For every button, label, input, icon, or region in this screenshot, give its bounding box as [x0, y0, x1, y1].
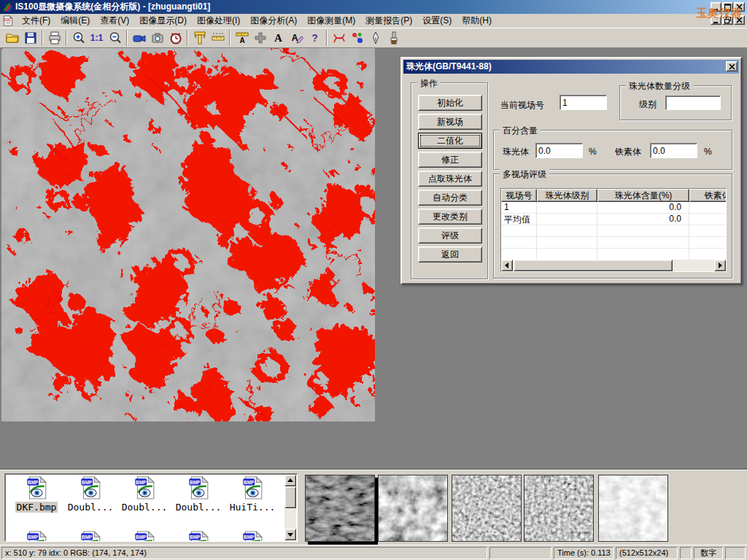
ferrite-percent-input[interactable] — [650, 143, 697, 158]
menu-item-5[interactable]: 图像处理(I) — [192, 13, 245, 28]
scrollbar-track[interactable] — [673, 260, 714, 271]
correct-button[interactable]: 修正 — [418, 152, 482, 168]
file-list-scrollbar[interactable] — [285, 475, 296, 540]
print-button[interactable] — [45, 29, 63, 47]
binarize-button[interactable]: 二值化 — [418, 133, 482, 149]
scroll-up-button[interactable] — [285, 475, 296, 486]
status-position: x: 510 y: 79 idx: 0 RGB: (174, 174, 174) — [1, 547, 487, 559]
bmp-file-icon — [80, 476, 101, 499]
metallograph-image[interactable] — [1, 48, 375, 421]
return-button[interactable]: 返回 — [418, 246, 482, 262]
save-button[interactable] — [21, 29, 39, 47]
table-row[interactable] — [501, 237, 726, 249]
classify-button[interactable] — [348, 29, 366, 47]
menu-item-7[interactable]: 图像测量(M) — [302, 13, 360, 28]
rating-group: 多视场评级 视场号珠光体级别珠光体含量(%)铁素体含量(%)10.0平均值0.0 — [493, 174, 732, 279]
menu-item-1[interactable]: 文件(F) — [17, 13, 55, 28]
pearlite-label: 珠光体 — [503, 146, 529, 158]
file-item-1[interactable]: DKF.bmp — [11, 476, 62, 513]
change-class-button[interactable]: 更改类别 — [418, 209, 482, 225]
menu-item-3[interactable]: 查看(V) — [95, 13, 134, 28]
table-row[interactable]: 10.0 — [501, 202, 726, 214]
zoom-in-button[interactable] — [69, 29, 88, 47]
timer-button[interactable] — [166, 29, 185, 47]
child-close-button[interactable] — [734, 15, 745, 25]
auto-classify-button[interactable]: 自动分类 — [418, 190, 482, 206]
annotate-button[interactable]: A — [287, 29, 306, 47]
table-row[interactable] — [501, 225, 726, 237]
minimize-button[interactable] — [711, 2, 721, 12]
open-button[interactable] — [3, 29, 21, 47]
menu-item-2[interactable]: 编辑(E) — [55, 13, 95, 28]
table-row[interactable] — [501, 249, 726, 260]
file-item-9[interactable] — [173, 531, 224, 542]
camera-icon — [150, 31, 165, 45]
brush-button[interactable] — [384, 29, 403, 47]
scrollbar-thumb[interactable] — [285, 486, 296, 508]
pattern-button[interactable] — [251, 29, 269, 47]
grade-input[interactable] — [665, 96, 721, 110]
new-field-button[interactable]: 新视场 — [418, 114, 482, 130]
file-item-5[interactable]: HuiTi... — [227, 476, 278, 513]
curve-button[interactable] — [330, 29, 348, 47]
child-minimize-button[interactable] — [711, 15, 721, 25]
restore-icon — [724, 17, 731, 23]
app-icon — [1, 1, 13, 12]
maximize-icon — [724, 4, 731, 10]
maximize-button[interactable] — [722, 2, 733, 12]
ruler-button[interactable] — [209, 29, 227, 47]
thumbnail-4[interactable] — [524, 475, 594, 542]
file-item-6[interactable] — [11, 531, 62, 542]
file-list: DKF.bmpDoubl...Doubl...Doubl...HuiTi... — [4, 473, 298, 542]
grade-label: 级别 — [639, 98, 657, 111]
toolbar-separator — [126, 30, 128, 46]
table-horizontal-scrollbar[interactable] — [501, 260, 726, 271]
table-header-cell: 铁素体含量(%) — [689, 189, 727, 202]
help-icon: ? — [311, 32, 318, 44]
current-field-input[interactable] — [560, 95, 607, 110]
pick-pearlite-button[interactable]: 点取珠光体 — [418, 171, 482, 187]
close-button[interactable] — [734, 2, 745, 12]
help-button[interactable]: ? — [306, 29, 324, 47]
scroll-right-button[interactable] — [714, 260, 726, 271]
menu-item-10[interactable]: 帮助(H) — [457, 13, 497, 28]
text-button[interactable]: A — [269, 29, 287, 47]
thumbnail-1[interactable] — [305, 475, 375, 542]
file-item-4[interactable]: Doubl... — [173, 476, 224, 513]
file-item-3[interactable]: Doubl... — [119, 476, 170, 513]
status-empty-2 — [680, 547, 692, 559]
scroll-left-button[interactable] — [501, 260, 513, 271]
table-row[interactable]: 平均值0.0 — [501, 214, 726, 225]
menu-item-6[interactable]: 图像分析(A) — [245, 13, 302, 28]
pen-button[interactable] — [366, 29, 384, 47]
thumbnail-5[interactable] — [598, 475, 668, 542]
multi-field-table: 视场号珠光体级别珠光体含量(%)铁素体含量(%)10.0平均值0.0 — [500, 188, 727, 272]
dialog-title: 珠光体(GB/T9441-88) — [403, 61, 492, 73]
rate-button[interactable]: 评级 — [418, 228, 482, 244]
file-item-10[interactable] — [227, 531, 278, 542]
toolbar: 1:1 A A A ? — [0, 28, 747, 48]
video-camera-button[interactable] — [130, 29, 148, 47]
scrollbar-thumb[interactable] — [514, 260, 673, 271]
thumbnail-3[interactable] — [452, 475, 522, 542]
menu-item-4[interactable]: 图像显示(D) — [134, 13, 192, 28]
status-empty-1 — [489, 547, 551, 559]
dialog-close-button[interactable] — [726, 61, 738, 71]
initialize-button[interactable]: 初始化 — [418, 95, 482, 111]
child-restore-button[interactable] — [722, 15, 733, 25]
timer-icon — [169, 31, 183, 45]
caliper-button[interactable] — [190, 29, 209, 47]
thumbnail-2[interactable] — [378, 475, 448, 542]
scroll-down-button[interactable] — [285, 529, 296, 540]
file-item-2[interactable]: Doubl... — [65, 476, 116, 513]
file-item-7[interactable] — [65, 531, 116, 542]
menu-item-9[interactable]: 设置(S) — [417, 13, 457, 28]
camera-button[interactable] — [148, 29, 166, 47]
actual-size-button[interactable]: 1:1 — [88, 29, 106, 47]
menu-item-8[interactable]: 测量报告(P) — [360, 13, 417, 28]
measure-text-button[interactable]: A — [233, 29, 251, 47]
pearlite-percent-input[interactable] — [535, 143, 583, 158]
file-name: HuiTi... — [228, 502, 277, 513]
file-item-8[interactable] — [119, 531, 170, 542]
zoom-out-button[interactable] — [106, 29, 124, 47]
